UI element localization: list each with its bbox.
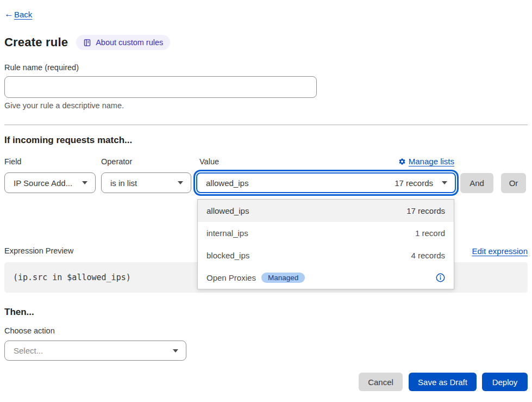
create-rule-page: ← Back Create rule About custom rules Ru…: [0, 0, 532, 402]
chevron-down-icon: [178, 181, 183, 184]
list-dropdown-menu: allowed_ips 17 records internal_ips 1 re…: [197, 199, 454, 289]
field-label: Field: [4, 157, 21, 166]
section-divider: [4, 125, 528, 125]
rule-name-helper: Give your rule a descriptive name.: [4, 101, 124, 110]
value-select-value: allowed_ips: [206, 178, 395, 188]
expression-preview-label: Expression Preview: [4, 246, 73, 255]
chevron-down-icon: [82, 181, 87, 184]
deploy-button[interactable]: Deploy: [482, 373, 528, 391]
operator-select-value: is in list: [110, 178, 178, 188]
value-label: Value: [199, 157, 219, 166]
list-record-count: 4 records: [411, 251, 445, 260]
save-as-draft-button[interactable]: Save as Draft: [409, 373, 477, 391]
and-button[interactable]: And: [460, 173, 493, 193]
edit-expression-link[interactable]: Edit expression: [472, 246, 528, 256]
back-arrow-icon: ←: [4, 9, 14, 20]
chevron-down-icon: [173, 349, 178, 352]
about-badge-label: About custom rules: [96, 38, 163, 47]
manage-lists-label: Manage lists: [409, 157, 454, 166]
manage-lists-link[interactable]: Manage lists: [398, 157, 454, 166]
dropdown-item-internal-ips[interactable]: internal_ips 1 record: [198, 222, 454, 244]
value-select-meta: 17 records: [395, 178, 433, 188]
info-icon[interactable]: [436, 273, 445, 282]
rule-name-label: Rule name (required): [4, 63, 79, 72]
title-row: Create rule About custom rules: [4, 35, 170, 50]
managed-badge: Managed: [261, 273, 305, 283]
then-heading: Then...: [4, 307, 34, 318]
about-custom-rules-link[interactable]: About custom rules: [76, 35, 170, 50]
value-select[interactable]: allowed_ips 17 records: [196, 172, 456, 193]
back-link[interactable]: ← Back: [4, 9, 32, 20]
expression-code: (ip.src in $allowed_ips): [13, 273, 131, 282]
page-title: Create rule: [4, 35, 68, 50]
list-name: internal_ips: [206, 228, 248, 238]
action-select-placeholder: Select...: [14, 346, 173, 355]
operator-label: Operator: [101, 157, 132, 166]
dropdown-item-blocked-ips[interactable]: blocked_ips 4 records: [198, 244, 454, 267]
match-heading: If incoming requests match...: [4, 135, 132, 146]
dropdown-item-open-proxies[interactable]: Open Proxies Managed: [198, 267, 454, 289]
cancel-button[interactable]: Cancel: [359, 373, 403, 391]
action-select[interactable]: Select...: [4, 341, 186, 361]
list-name: Open Proxies: [206, 273, 256, 282]
chevron-down-icon: [442, 181, 447, 184]
list-name: blocked_ips: [206, 251, 249, 260]
gear-icon: [398, 158, 406, 165]
or-button[interactable]: Or: [501, 173, 526, 193]
list-name: allowed_ips: [206, 206, 249, 215]
field-select[interactable]: IP Source Add...: [4, 172, 96, 193]
back-label: Back: [14, 10, 32, 19]
dropdown-item-allowed-ips[interactable]: allowed_ips 17 records: [198, 200, 454, 222]
rule-name-input[interactable]: [4, 76, 317, 98]
list-record-count: 1 record: [415, 228, 445, 238]
list-record-count: 17 records: [406, 206, 445, 215]
choose-action-label: Choose action: [4, 326, 55, 335]
field-select-value: IP Source Add...: [14, 178, 82, 188]
book-icon: [83, 39, 91, 47]
operator-select[interactable]: is in list: [101, 172, 191, 193]
